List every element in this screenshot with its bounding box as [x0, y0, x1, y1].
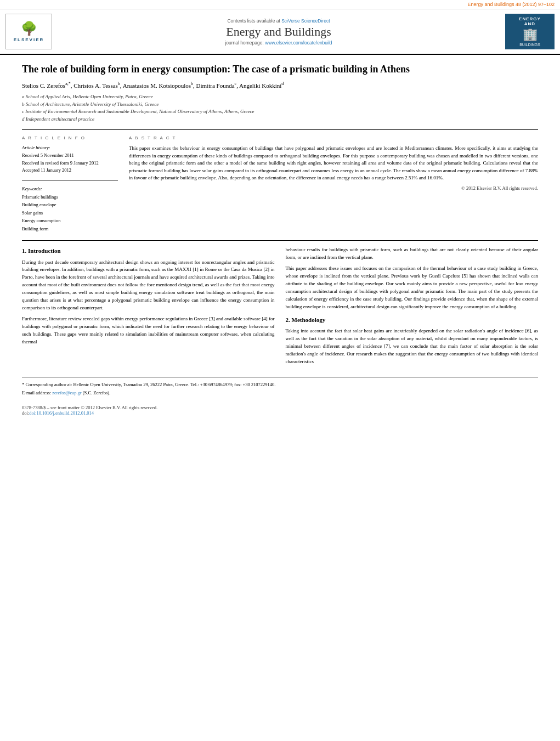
copyright-text: © 2012 Elsevier B.V. All rights reserved… [129, 185, 538, 191]
elsevier-logo: 🌳 ELSEVIER [5, 14, 52, 49]
divider-2 [22, 240, 538, 241]
keyword-1: Prismatic buildings [22, 193, 118, 201]
article-history: Article history: Received 5 November 201… [22, 145, 118, 174]
abstract-text: This paper examines the behaviour in ene… [129, 145, 538, 182]
energy-buildings-logo: ENERGYAND 🏢 BUILDINGS [505, 14, 555, 49]
authors-line: Stelios C. Zerefosa,*, Christos A. Tessa… [22, 81, 538, 89]
body-col-right: behaviour results for buildings with pri… [286, 246, 539, 369]
homepage-link[interactable]: www.elsevier.com/locate/enbuild [265, 40, 332, 46]
divider-1 [22, 129, 538, 130]
history-label: Article history: [22, 145, 118, 150]
doi-link[interactable]: doi:10.1016/j.enbuild.2012.01.014 [29, 410, 94, 416]
footer-doi: doi:doi:10.1016/j.enbuild.2012.01.014 [22, 410, 538, 416]
history-received: Received 5 November 2011 [22, 152, 118, 160]
keyword-2: Building envelope [22, 201, 118, 208]
journal-title: Energy and Buildings [58, 25, 500, 39]
footer-issn: 0378-7788/$ – see front matter © 2012 El… [22, 405, 538, 410]
keyword-4: Energy consumption [22, 217, 118, 224]
history-accepted: Accepted 11 January 2012 [22, 167, 118, 174]
elsevier-brand-text: ELSEVIER [14, 37, 44, 42]
keyword-5: Building form [22, 225, 118, 233]
footer-bar: 0378-7788/$ – see front matter © 2012 El… [22, 405, 538, 416]
email-link[interactable]: zerefos@eap.gr [52, 390, 81, 395]
keywords-label: Keywords: [22, 186, 118, 191]
section1-para2: Furthermore, literature review revealed … [22, 315, 275, 346]
article-title: The role of building form in energy cons… [22, 63, 538, 76]
abstract-col: A B S T R A C T This paper examines the … [129, 135, 538, 233]
journal-header: 🌳 ELSEVIER Contents lists available at S… [0, 9, 560, 55]
history-revised: Received in revised form 9 January 2012 [22, 160, 118, 167]
eb-logo-building-icon: 🏢 [523, 27, 538, 42]
affiliations: a School of Applied Arts, Hellenic Open … [22, 93, 538, 123]
affiliation-b: b School of Architecture, Aristotle Univ… [22, 101, 538, 109]
sciverse-link[interactable]: SciVerse ScienceDirect [281, 18, 330, 24]
section2-heading: 2. Methodology [286, 315, 539, 325]
footnote-email: E-mail address: zerefos@eap.gr (S.C. Zer… [22, 389, 538, 397]
affiliation-c: c Institute of Environmental Research an… [22, 108, 538, 116]
affiliation-d: d Independent architectural practice [22, 116, 538, 123]
main-content: The role of building form in energy cons… [0, 55, 560, 424]
body-col-left: 1. Introduction During the past decade c… [22, 246, 275, 369]
email-author: (S.C. Zerefos). [82, 390, 111, 395]
sciverse-static-text: Contents lists available at [227, 18, 280, 24]
keywords-section: Keywords: Prismatic buildings Building e… [22, 186, 118, 233]
sciverse-line: Contents lists available at SciVerse Sci… [58, 18, 500, 24]
section1-para4: This paper addresses these issues and fo… [286, 265, 539, 311]
footnotes: * Corresponding author at: Hellenic Open… [22, 377, 538, 397]
eb-logo-energy-text: ENERGYAND [519, 16, 541, 26]
article-info-abstract: A R T I C L E I N F O Article history: R… [22, 135, 538, 233]
journal-center: Contents lists available at SciVerse Sci… [58, 18, 500, 46]
section2-para1: Taking into account the fact that solar … [286, 327, 539, 366]
homepage-line: journal homepage: www.elsevier.com/locat… [58, 40, 500, 46]
homepage-static-text: journal homepage: [225, 40, 263, 46]
article-info-heading: A R T I C L E I N F O [22, 135, 118, 140]
journal-ref-text: Energy and Buildings 48 (2012) 97–102 [467, 2, 555, 7]
email-label: E-mail address: [22, 390, 52, 395]
footnote-corresponding: * Corresponding author at: Hellenic Open… [22, 381, 538, 388]
section1-para1: During the past decade contemporary arch… [22, 259, 275, 313]
article-info-col: A R T I C L E I N F O Article history: R… [22, 135, 118, 233]
section1-heading: 1. Introduction [22, 246, 275, 256]
section1-para3: behaviour results for buildings with pri… [286, 246, 539, 262]
elsevier-tree-icon: 🌳 [21, 21, 37, 36]
abstract-heading: A B S T R A C T [129, 135, 538, 140]
eb-logo-buildings-text: BUILDINGS [519, 43, 540, 47]
affiliation-a: a School of Applied Arts, Hellenic Open … [22, 93, 538, 101]
journal-reference: Energy and Buildings 48 (2012) 97–102 [0, 0, 560, 9]
divider-keywords [22, 180, 118, 180]
keyword-3: Solar gains [22, 209, 118, 217]
body-columns: 1. Introduction During the past decade c… [22, 246, 538, 369]
